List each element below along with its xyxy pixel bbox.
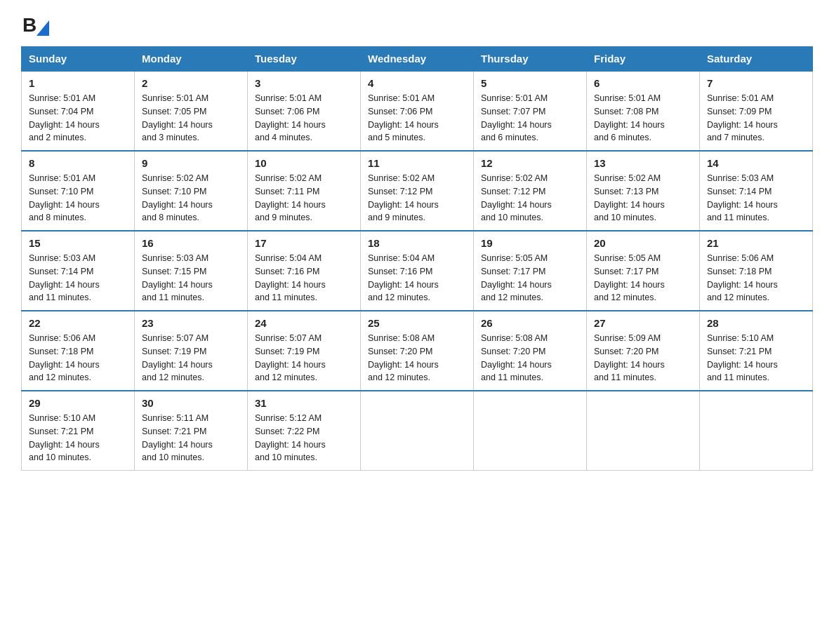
day-number: 18 [368, 237, 466, 249]
day-info: Sunrise: 5:07 AMSunset: 7:19 PMDaylight:… [142, 332, 240, 384]
calendar-cell: 26Sunrise: 5:08 AMSunset: 7:20 PMDayligh… [474, 311, 587, 391]
calendar-cell: 10Sunrise: 5:02 AMSunset: 7:11 PMDayligh… [248, 151, 361, 231]
day-number: 21 [707, 237, 805, 249]
col-header-monday: Monday [135, 47, 248, 72]
calendar-cell: 4Sunrise: 5:01 AMSunset: 7:06 PMDaylight… [361, 71, 474, 151]
calendar-cell: 7Sunrise: 5:01 AMSunset: 7:09 PMDaylight… [700, 71, 813, 151]
day-number: 8 [29, 157, 127, 169]
calendar-cell: 25Sunrise: 5:08 AMSunset: 7:20 PMDayligh… [361, 311, 474, 391]
day-info: Sunrise: 5:08 AMSunset: 7:20 PMDaylight:… [481, 332, 579, 384]
logo-b: B [22, 14, 37, 36]
calendar-cell: 5Sunrise: 5:01 AMSunset: 7:07 PMDaylight… [474, 71, 587, 151]
day-number: 24 [255, 317, 353, 329]
calendar-cell: 28Sunrise: 5:10 AMSunset: 7:21 PMDayligh… [700, 311, 813, 391]
col-header-friday: Friday [587, 47, 700, 72]
calendar-cell [361, 391, 474, 471]
day-number: 17 [255, 237, 353, 249]
day-number: 12 [481, 157, 579, 169]
day-info: Sunrise: 5:06 AMSunset: 7:18 PMDaylight:… [707, 252, 805, 304]
calendar-table: SundayMondayTuesdayWednesdayThursdayFrid… [21, 46, 813, 471]
header-row: SundayMondayTuesdayWednesdayThursdayFrid… [22, 47, 813, 72]
logo: B [21, 14, 49, 34]
week-row-3: 15Sunrise: 5:03 AMSunset: 7:14 PMDayligh… [22, 231, 813, 311]
calendar-cell: 17Sunrise: 5:04 AMSunset: 7:16 PMDayligh… [248, 231, 361, 311]
day-info: Sunrise: 5:08 AMSunset: 7:20 PMDaylight:… [368, 332, 466, 384]
day-info: Sunrise: 5:03 AMSunset: 7:15 PMDaylight:… [142, 252, 240, 304]
day-info: Sunrise: 5:05 AMSunset: 7:17 PMDaylight:… [481, 252, 579, 304]
calendar-cell: 8Sunrise: 5:01 AMSunset: 7:10 PMDaylight… [22, 151, 135, 231]
calendar-cell: 13Sunrise: 5:02 AMSunset: 7:13 PMDayligh… [587, 151, 700, 231]
logo-text: B [21, 14, 49, 36]
day-number: 29 [29, 397, 127, 409]
day-number: 22 [29, 317, 127, 329]
day-info: Sunrise: 5:12 AMSunset: 7:22 PMDaylight:… [255, 412, 353, 464]
day-number: 25 [368, 317, 466, 329]
calendar-cell [587, 391, 700, 471]
day-number: 30 [142, 397, 240, 409]
day-number: 7 [707, 77, 805, 89]
day-info: Sunrise: 5:10 AMSunset: 7:21 PMDaylight:… [29, 412, 127, 464]
day-info: Sunrise: 5:04 AMSunset: 7:16 PMDaylight:… [255, 252, 353, 304]
day-info: Sunrise: 5:01 AMSunset: 7:09 PMDaylight:… [707, 92, 805, 145]
day-info: Sunrise: 5:03 AMSunset: 7:14 PMDaylight:… [707, 172, 805, 224]
day-info: Sunrise: 5:02 AMSunset: 7:11 PMDaylight:… [255, 172, 353, 224]
day-info: Sunrise: 5:10 AMSunset: 7:21 PMDaylight:… [707, 332, 805, 384]
day-number: 20 [594, 237, 692, 249]
calendar-cell: 1Sunrise: 5:01 AMSunset: 7:04 PMDaylight… [22, 71, 135, 151]
logo-triangle-icon [37, 20, 49, 36]
col-header-saturday: Saturday [700, 47, 813, 72]
day-number: 6 [594, 77, 692, 89]
page-header: B [21, 14, 813, 34]
day-number: 1 [29, 77, 127, 89]
day-info: Sunrise: 5:01 AMSunset: 7:05 PMDaylight:… [142, 92, 240, 145]
calendar-cell: 12Sunrise: 5:02 AMSunset: 7:12 PMDayligh… [474, 151, 587, 231]
day-number: 15 [29, 237, 127, 249]
col-header-thursday: Thursday [474, 47, 587, 72]
day-info: Sunrise: 5:11 AMSunset: 7:21 PMDaylight:… [142, 412, 240, 464]
day-number: 4 [368, 77, 466, 89]
calendar-cell: 2Sunrise: 5:01 AMSunset: 7:05 PMDaylight… [135, 71, 248, 151]
day-info: Sunrise: 5:03 AMSunset: 7:14 PMDaylight:… [29, 252, 127, 304]
day-info: Sunrise: 5:01 AMSunset: 7:06 PMDaylight:… [255, 92, 353, 145]
day-number: 5 [481, 77, 579, 89]
day-info: Sunrise: 5:01 AMSunset: 7:06 PMDaylight:… [368, 92, 466, 145]
day-number: 31 [255, 397, 353, 409]
col-header-wednesday: Wednesday [361, 47, 474, 72]
calendar-cell: 3Sunrise: 5:01 AMSunset: 7:06 PMDaylight… [248, 71, 361, 151]
day-number: 19 [481, 237, 579, 249]
col-header-sunday: Sunday [22, 47, 135, 72]
day-info: Sunrise: 5:06 AMSunset: 7:18 PMDaylight:… [29, 332, 127, 384]
day-number: 14 [707, 157, 805, 169]
day-info: Sunrise: 5:04 AMSunset: 7:16 PMDaylight:… [368, 252, 466, 304]
calendar-cell: 19Sunrise: 5:05 AMSunset: 7:17 PMDayligh… [474, 231, 587, 311]
calendar-cell [474, 391, 587, 471]
day-number: 11 [368, 157, 466, 169]
calendar-cell: 11Sunrise: 5:02 AMSunset: 7:12 PMDayligh… [361, 151, 474, 231]
day-info: Sunrise: 5:01 AMSunset: 7:08 PMDaylight:… [594, 92, 692, 145]
day-info: Sunrise: 5:01 AMSunset: 7:07 PMDaylight:… [481, 92, 579, 145]
calendar-cell: 20Sunrise: 5:05 AMSunset: 7:17 PMDayligh… [587, 231, 700, 311]
calendar-cell: 14Sunrise: 5:03 AMSunset: 7:14 PMDayligh… [700, 151, 813, 231]
calendar-cell: 18Sunrise: 5:04 AMSunset: 7:16 PMDayligh… [361, 231, 474, 311]
day-info: Sunrise: 5:02 AMSunset: 7:12 PMDaylight:… [481, 172, 579, 224]
day-info: Sunrise: 5:02 AMSunset: 7:13 PMDaylight:… [594, 172, 692, 224]
day-number: 28 [707, 317, 805, 329]
calendar-cell: 6Sunrise: 5:01 AMSunset: 7:08 PMDaylight… [587, 71, 700, 151]
day-info: Sunrise: 5:09 AMSunset: 7:20 PMDaylight:… [594, 332, 692, 384]
week-row-4: 22Sunrise: 5:06 AMSunset: 7:18 PMDayligh… [22, 311, 813, 391]
calendar-cell: 22Sunrise: 5:06 AMSunset: 7:18 PMDayligh… [22, 311, 135, 391]
col-header-tuesday: Tuesday [248, 47, 361, 72]
day-number: 3 [255, 77, 353, 89]
day-info: Sunrise: 5:07 AMSunset: 7:19 PMDaylight:… [255, 332, 353, 384]
calendar-cell: 27Sunrise: 5:09 AMSunset: 7:20 PMDayligh… [587, 311, 700, 391]
calendar-cell: 31Sunrise: 5:12 AMSunset: 7:22 PMDayligh… [248, 391, 361, 471]
calendar-cell [700, 391, 813, 471]
day-info: Sunrise: 5:01 AMSunset: 7:04 PMDaylight:… [29, 92, 127, 145]
day-info: Sunrise: 5:05 AMSunset: 7:17 PMDaylight:… [594, 252, 692, 304]
calendar-cell: 29Sunrise: 5:10 AMSunset: 7:21 PMDayligh… [22, 391, 135, 471]
week-row-2: 8Sunrise: 5:01 AMSunset: 7:10 PMDaylight… [22, 151, 813, 231]
day-number: 26 [481, 317, 579, 329]
calendar-cell: 15Sunrise: 5:03 AMSunset: 7:14 PMDayligh… [22, 231, 135, 311]
svg-marker-0 [37, 20, 49, 36]
calendar-cell: 23Sunrise: 5:07 AMSunset: 7:19 PMDayligh… [135, 311, 248, 391]
